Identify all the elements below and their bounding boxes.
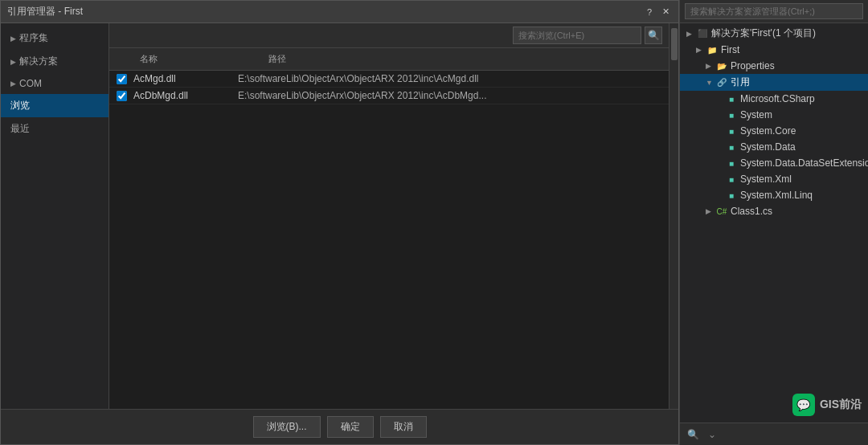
table-row[interactable]: AcMgd.dll E:\softwareLib\ObjectArx\Objec… xyxy=(109,71,669,88)
tree-label-solution: 解决方案'First'(1 个项目) xyxy=(711,27,816,40)
tree-item-refs[interactable]: ▼ 🔗 引用 xyxy=(680,74,868,91)
expand-arrow: ▼ xyxy=(706,79,715,87)
row-0-name: AcMgd.dll xyxy=(133,73,238,84)
sidebar-label-browse: 浏览 xyxy=(10,99,30,112)
close-button[interactable]: ✕ xyxy=(659,6,672,18)
scrollbar-thumb[interactable] xyxy=(671,28,678,60)
reference-manager-dialog: 引用管理器 - First ? ✕ ▶ 程序集 ▶ 解决方案 ▶ COM 浏览 xyxy=(0,0,679,445)
properties-icon: 📂 xyxy=(715,59,728,72)
sidebar-label-com: COM xyxy=(19,78,42,89)
sidebar-item-browse[interactable]: 浏览 xyxy=(1,94,108,117)
cancel-button[interactable]: 取消 xyxy=(380,416,427,438)
dialog-titlebar: 引用管理器 - First ? ✕ xyxy=(1,1,678,23)
row-1-checkbox[interactable] xyxy=(117,91,127,101)
sidebar-label-assemblies: 程序集 xyxy=(19,31,48,45)
tree-label-systemcore: System.Core xyxy=(740,125,796,137)
tree-item-microsoftcsharp[interactable]: ■ Microsoft.CSharp xyxy=(680,91,868,107)
row-0-checkbox[interactable] xyxy=(117,74,127,84)
tree-item-solution[interactable]: ▶ ⬛ 解决方案'First'(1 个项目) xyxy=(680,25,868,42)
assembly-icon: ■ xyxy=(725,157,738,169)
tree-item-systemxml[interactable]: ■ System.Xml xyxy=(680,171,868,187)
tree-item-properties[interactable]: ▶ 📂 Properties xyxy=(680,58,868,74)
tree-label-systemdataext: System.Data.DataSetExtensions xyxy=(740,157,868,169)
expand-arrow: ▶ xyxy=(696,46,706,54)
tree-label-first: First xyxy=(721,44,739,55)
dialog-footer: 浏览(B)... 确定 取消 xyxy=(1,409,678,444)
sidebar-item-com[interactable]: ▶ COM xyxy=(1,73,108,94)
search-input[interactable] xyxy=(513,27,641,44)
table-header: 名称 路径 xyxy=(109,48,669,71)
se-search-input[interactable] xyxy=(685,3,863,19)
arrow-icon: ▶ xyxy=(10,58,16,66)
tree-label-properties: Properties xyxy=(731,60,775,71)
row-1-name: AcDbMgd.dll xyxy=(133,90,238,101)
browse-button[interactable]: 浏览(B)... xyxy=(253,416,321,438)
sidebar-item-recent[interactable]: 最近 xyxy=(1,117,108,141)
folder-icon: 📁 xyxy=(706,43,719,56)
tree-label-systemxml: System.Xml xyxy=(740,174,792,185)
tree-label-systemdata: System.Data xyxy=(740,141,796,153)
assembly-icon: ■ xyxy=(725,125,738,137)
tree-label-systemxmllinq: System.Xml.Linq xyxy=(740,190,813,201)
refs-icon: 🔗 xyxy=(715,76,728,89)
arrow-icon: ▶ xyxy=(10,80,16,88)
dialog-body: ▶ 程序集 ▶ 解决方案 ▶ COM 浏览 最近 🔍 xyxy=(1,23,678,409)
se-bottom-toolbar: 🔍 ⌄ xyxy=(680,423,868,445)
tree-label-refs: 引用 xyxy=(731,76,750,89)
tree-item-class1[interactable]: ▶ C# Class1.cs xyxy=(680,203,868,219)
tree-item-systemdata[interactable]: ■ System.Data xyxy=(680,139,868,155)
help-button[interactable]: ? xyxy=(643,6,656,18)
row-checkbox[interactable] xyxy=(109,91,133,101)
assembly-icon: ■ xyxy=(725,108,738,121)
cs-icon: C# xyxy=(715,205,728,218)
row-1-path: E:\softwareLib\ObjectArx\ObjectARX 2012\… xyxy=(238,90,669,101)
tree-label-microsoftcsharp: Microsoft.CSharp xyxy=(740,93,815,104)
tree-item-systemxmllinq[interactable]: ■ System.Xml.Linq xyxy=(680,187,868,203)
dialog-main: 🔍 名称 路径 AcMgd.dll E:\softwareLib\ObjectA… xyxy=(109,23,669,409)
sidebar-label-recent: 最近 xyxy=(10,122,30,136)
column-name: 名称 xyxy=(133,51,262,67)
assembly-icon: ■ xyxy=(725,189,738,202)
dialog-title: 引用管理器 - First xyxy=(7,5,83,18)
table-row[interactable]: AcDbMgd.dll E:\softwareLib\ObjectArx\Obj… xyxy=(109,88,669,104)
solution-icon: ⬛ xyxy=(696,27,709,40)
dialog-toolbar: 🔍 xyxy=(109,23,669,48)
ok-button[interactable]: 确定 xyxy=(327,416,374,438)
watermark-text: GIS前沿 xyxy=(820,398,862,412)
tree-item-systemdataext[interactable]: ■ System.Data.DataSetExtensions xyxy=(680,155,868,171)
solution-explorer: ▶ ⬛ 解决方案'First'(1 个项目) ▶ 📁 First ▶ 📂 Pro… xyxy=(679,0,868,445)
se-tree: ▶ ⬛ 解决方案'First'(1 个项目) ▶ 📁 First ▶ 📂 Pro… xyxy=(680,23,868,423)
assembly-icon: ■ xyxy=(725,141,738,153)
row-checkbox[interactable] xyxy=(109,74,133,84)
sidebar-item-assemblies[interactable]: ▶ 程序集 xyxy=(1,27,108,50)
se-chevron-button[interactable]: ⌄ xyxy=(704,427,720,443)
assembly-icon: ■ xyxy=(725,92,738,105)
sidebar-item-solution[interactable]: ▶ 解决方案 xyxy=(1,50,108,73)
se-search-icon-button[interactable]: 🔍 xyxy=(685,427,701,443)
expand-arrow: ▶ xyxy=(706,62,715,70)
watermark: 💬 GIS前沿 xyxy=(792,394,862,416)
expand-arrow: ▶ xyxy=(686,30,696,38)
column-path: 路径 xyxy=(262,51,669,67)
table-body: AcMgd.dll E:\softwareLib\ObjectArx\Objec… xyxy=(109,71,669,409)
tree-item-systemcore[interactable]: ■ System.Core xyxy=(680,123,868,139)
dialog-sidebar: ▶ 程序集 ▶ 解决方案 ▶ COM 浏览 最近 xyxy=(1,23,109,409)
wechat-icon: 💬 xyxy=(792,394,815,416)
se-search-row xyxy=(680,0,868,23)
arrow-icon: ▶ xyxy=(10,35,16,43)
tree-label-system: System xyxy=(740,109,772,120)
tree-label-class1: Class1.cs xyxy=(731,206,772,217)
row-0-path: E:\softwareLib\ObjectArx\ObjectARX 2012\… xyxy=(238,73,669,84)
search-icon[interactable]: 🔍 xyxy=(645,27,662,44)
tree-item-system[interactable]: ■ System xyxy=(680,107,868,123)
assembly-icon: ■ xyxy=(725,173,738,186)
expand-arrow: ▶ xyxy=(706,207,715,215)
vertical-scrollbar[interactable] xyxy=(669,23,678,409)
sidebar-label-solution: 解决方案 xyxy=(19,55,58,68)
dialog-controls: ? ✕ xyxy=(643,6,672,18)
tree-item-first[interactable]: ▶ 📁 First xyxy=(680,42,868,58)
